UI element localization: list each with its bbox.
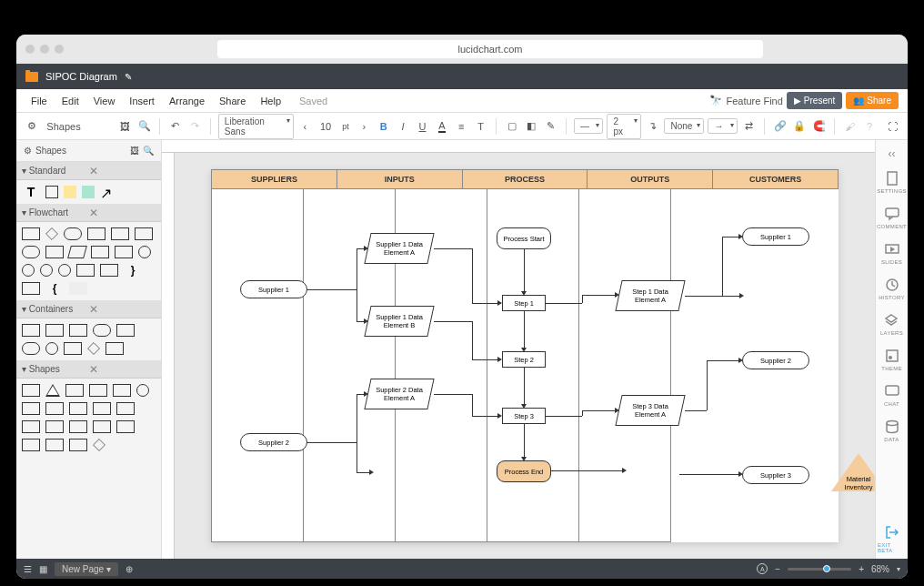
gear-icon[interactable]: ⚙ xyxy=(24,117,39,136)
grid-view-icon[interactable]: ▦ xyxy=(39,564,47,574)
image-icon[interactable]: 🖼 xyxy=(130,146,139,156)
shape-hex[interactable] xyxy=(113,384,131,397)
shape-connector[interactable] xyxy=(138,246,151,258)
underline-button[interactable]: U xyxy=(415,117,430,136)
font-size-increase[interactable]: › xyxy=(357,117,372,136)
shape-s1[interactable] xyxy=(22,384,40,397)
present-button[interactable]: ▶Present xyxy=(787,92,842,109)
canvas[interactable]: SUPPLIERS INPUTS PROCESS OUTPUTS CUSTOME… xyxy=(175,153,875,559)
line-type-button[interactable]: ↴ xyxy=(645,117,660,136)
list-view-icon[interactable]: ☰ xyxy=(24,564,32,574)
font-size-decrease[interactable]: ‹ xyxy=(297,117,313,136)
align-button[interactable]: ≡ xyxy=(454,117,469,136)
menu-arrange[interactable]: Arrange xyxy=(164,92,210,110)
link-button[interactable]: 🔗 xyxy=(772,117,788,136)
shape-data[interactable] xyxy=(135,227,153,240)
shape-merge[interactable] xyxy=(100,264,118,277)
panel-containers[interactable]: ▾ Containers✕ xyxy=(16,300,161,318)
magnet-button[interactable]: 🧲 xyxy=(811,117,827,136)
format-paint-button[interactable]: 🖌 xyxy=(842,117,858,136)
question-button[interactable]: ? xyxy=(861,117,877,136)
image-icon[interactable]: 🖼 xyxy=(117,117,133,136)
shape-hotspot[interactable] xyxy=(82,186,95,198)
menu-insert[interactable]: Insert xyxy=(124,92,160,110)
node-step3[interactable]: Step 3 xyxy=(502,408,546,424)
node-customer-1[interactable]: Supplier 1 xyxy=(742,227,809,246)
node-input-a[interactable]: Supplier 1 Data Element A xyxy=(364,233,434,264)
add-page-icon[interactable]: ⊕ xyxy=(126,564,133,574)
shape-card[interactable] xyxy=(76,264,95,277)
chevron-down-icon[interactable]: ▾ xyxy=(897,565,900,573)
shape-s3[interactable] xyxy=(65,384,84,397)
col-outputs[interactable]: OUTPUTS xyxy=(588,169,713,189)
shape-pentagon[interactable] xyxy=(89,384,107,397)
rail-collapse[interactable]: ‹‹ xyxy=(885,144,899,164)
rail-exit-beta[interactable]: EXIT BETA xyxy=(876,520,908,559)
lock-button[interactable]: 🔒 xyxy=(791,117,807,136)
shape-document[interactable] xyxy=(111,227,129,240)
menu-view[interactable]: View xyxy=(88,92,121,110)
italic-button[interactable]: I xyxy=(395,117,410,136)
search-icon[interactable]: 🔍 xyxy=(136,117,152,136)
fill-button[interactable]: ▢ xyxy=(504,117,519,136)
shape-terminator[interactable] xyxy=(64,227,82,240)
shape-frame[interactable] xyxy=(116,324,135,337)
folder-icon[interactable] xyxy=(25,72,38,82)
panel-standard[interactable]: ▾ Standard✕ xyxy=(16,162,161,180)
rail-chat[interactable]: CHAT xyxy=(882,379,901,412)
zoom-slider[interactable] xyxy=(788,568,851,571)
shape-text[interactable]: T xyxy=(22,186,40,198)
node-input-c[interactable]: Supplier 2 Data Element A xyxy=(364,379,434,409)
shape-hexagon[interactable] xyxy=(45,246,64,258)
window-controls[interactable] xyxy=(25,45,64,54)
col-customers[interactable]: CUSTOMERS xyxy=(713,169,839,189)
feature-find[interactable]: 🔭Feature Find xyxy=(709,95,782,106)
shape-note[interactable] xyxy=(64,186,76,198)
shape-cloud[interactable] xyxy=(45,402,64,415)
share-button[interactable]: 👥Share xyxy=(846,92,899,109)
zoom-out-button[interactable]: − xyxy=(775,564,780,574)
line-color-button[interactable]: ✎ xyxy=(543,117,558,136)
text-format-button[interactable]: T xyxy=(473,117,488,136)
shape-swimlane-v[interactable] xyxy=(22,324,40,337)
shape-decision[interactable] xyxy=(45,227,58,240)
node-process-start[interactable]: Process Start xyxy=(497,227,551,249)
page[interactable]: SUPPLIERS INPUTS PROCESS OUTPUTS CUSTOME… xyxy=(211,169,839,542)
col-inputs[interactable]: INPUTS xyxy=(337,169,463,189)
shape-note2[interactable] xyxy=(22,282,40,295)
panel-shapes[interactable]: ▾ Shapes✕ xyxy=(16,360,161,379)
shape-summing[interactable] xyxy=(40,264,53,277)
shape-terminal2[interactable] xyxy=(22,246,40,258)
rail-history[interactable]: HISTORY xyxy=(877,272,907,306)
node-process-end[interactable]: Process End xyxy=(497,460,551,482)
line-start-select[interactable]: None xyxy=(664,118,704,134)
shape-ud[interactable] xyxy=(69,420,87,433)
rail-settings[interactable]: SETTINGS xyxy=(875,166,908,199)
node-output-3[interactable]: Step 3 Data Element A xyxy=(615,395,685,426)
node-customer-2[interactable]: Supplier 2 xyxy=(742,351,809,369)
shapes-label[interactable]: Shapes xyxy=(43,121,84,132)
shape-storage[interactable] xyxy=(91,246,109,258)
shape-ra[interactable] xyxy=(69,402,87,415)
rail-data[interactable]: DATA xyxy=(882,414,900,448)
col-process[interactable]: PROCESS xyxy=(463,169,588,189)
node-step1[interactable]: Step 1 xyxy=(502,295,546,311)
edit-title-icon[interactable]: ✎ xyxy=(125,72,132,82)
node-input-b[interactable]: Supplier 1 Data Element B xyxy=(364,306,434,337)
menu-file[interactable]: File xyxy=(25,92,53,110)
url-bar[interactable]: lucidchart.com xyxy=(217,40,763,58)
close-icon[interactable]: ✕ xyxy=(89,165,156,177)
shape-ua[interactable] xyxy=(116,402,135,415)
zoom-in-button[interactable]: + xyxy=(859,564,864,574)
rail-slides[interactable]: SLIDES xyxy=(879,237,904,270)
undo-button[interactable]: ↶ xyxy=(167,117,183,136)
shape-star6[interactable] xyxy=(69,439,87,451)
line-end-select[interactable]: → xyxy=(708,118,737,134)
shape-diamond-c[interactable] xyxy=(87,342,100,355)
menu-help[interactable]: Help xyxy=(255,92,286,110)
shape-da[interactable] xyxy=(22,420,40,433)
shape-container[interactable] xyxy=(69,324,87,337)
shape-la[interactable] xyxy=(93,402,111,415)
shape-round-rect[interactable] xyxy=(22,342,40,355)
shape-square[interactable] xyxy=(45,186,58,198)
